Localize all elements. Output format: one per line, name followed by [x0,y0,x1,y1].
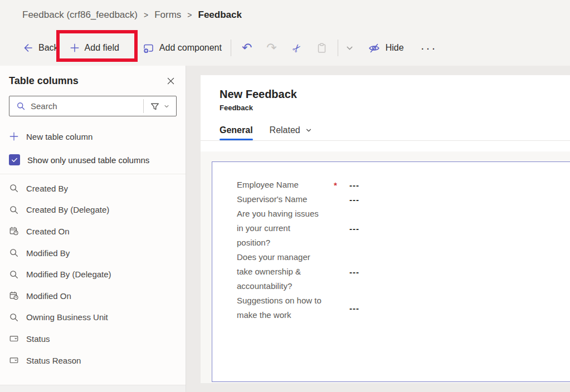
back-arrow-icon [22,42,33,53]
datetime-icon [9,291,19,301]
search-icon [16,101,26,111]
field-supervisors-name[interactable]: Supervisor's Name --- [237,192,570,207]
column-item-label: Status Reason [26,356,81,365]
column-item-owning-business-unit[interactable]: Owning Business Unit [0,307,186,329]
lookup-icon [9,205,19,215]
field-label: Are you having issues in your current po… [237,207,326,250]
tabs-divider [201,140,570,141]
form-preview-canvas: New Feedback Feedback General Related Em… [201,75,570,383]
close-icon[interactable] [165,75,177,87]
column-item-created-by[interactable]: Created By [0,178,186,199]
form-body: Employee Name * --- Supervisor's Name --… [201,151,570,383]
add-component-icon [143,42,154,54]
field-label: Employee Name [237,178,326,192]
tab-general[interactable]: General [220,125,253,140]
lookup-icon [9,248,19,258]
toolbar: Back Add field Add component ↶ ↷ ✂ [0,30,570,66]
form-record-title: New Feedback [220,88,570,101]
new-table-column-label: New table column [26,132,92,141]
column-item-label: Modified By [26,248,70,258]
designer-main-area: New Feedback Feedback General Related Em… [186,66,570,392]
sidebar-bottom-strip [0,385,186,392]
field-value: --- [349,195,359,204]
back-button[interactable]: Back [22,42,59,53]
new-table-column-button[interactable]: New table column [0,131,186,141]
chevron-down-icon [163,103,170,110]
plus-icon [70,43,80,53]
lookup-icon [9,183,19,193]
field-value: --- [349,224,359,233]
form-entity-subtitle: Feedback [220,104,570,112]
required-indicator: * [326,180,349,190]
filter-funnel-icon [150,101,160,111]
column-item-label: Modified On [26,291,71,301]
add-field-label: Add field [85,43,119,53]
breadcrumb: Feedback (crf86_feedback) > Forms > Feed… [0,0,570,30]
chevron-down-icon [305,126,313,134]
column-item-label: Owning Business Unit [26,312,108,322]
column-item-modified-by-delegate[interactable]: Modified By (Delegate) [0,263,186,285]
paste-icon [316,42,328,54]
breadcrumb-entity[interactable]: Feedback (crf86_feedback) [22,9,138,21]
column-item-label: Created By (Delegate) [26,205,109,214]
plus-icon [9,131,19,141]
column-item-created-by-delegate[interactable]: Created By (Delegate) [0,199,186,221]
column-item-created-on[interactable]: Created On [0,220,186,242]
field-current-position-issues[interactable]: Are you having issues in your current po… [237,207,570,250]
lookup-icon [9,312,19,322]
back-button-label: Back [38,43,59,53]
breadcrumb-current: Feedback [198,9,242,21]
column-item-status[interactable]: Status [0,328,186,350]
breadcrumb-separator: > [138,11,154,19]
undo-icon[interactable]: ↶ [242,42,252,54]
toolbar-divider [231,40,231,56]
show-unused-checkbox-row[interactable]: Show only unused table columns [0,154,186,165]
field-suggestions[interactable]: Suggestions on how to make the work --- [237,293,570,322]
lookup-icon [9,270,19,280]
form-section-selected[interactable]: Employee Name * --- Supervisor's Name --… [212,161,570,382]
search-input[interactable] [31,101,143,111]
column-item-label: Created By [26,184,68,193]
form-tabs: General Related [220,124,570,140]
cut-icon[interactable]: ✂ [290,41,304,55]
column-item-label: Modified By (Delegate) [26,270,111,279]
add-component-button[interactable]: Add component [143,42,222,54]
field-value: --- [349,303,359,313]
search-box [9,96,177,116]
column-item-modified-by[interactable]: Modified By [0,242,186,264]
add-field-button[interactable]: Add field [70,43,119,53]
optionset-icon [9,334,19,344]
chevron-down-icon[interactable] [345,43,354,53]
column-item-label: Status [26,334,50,344]
redo-icon: ↷ [266,42,276,54]
breadcrumb-separator: > [181,11,198,19]
field-manager-ownership[interactable]: Does your manager take ownership & accou… [237,250,570,293]
field-employee-name[interactable]: Employee Name * --- [237,178,570,192]
breadcrumb-forms[interactable]: Forms [154,9,181,21]
tab-related-label: Related [270,125,300,135]
column-item-modified-on[interactable]: Modified On [0,285,186,307]
tab-related[interactable]: Related [270,125,313,140]
show-unused-label: Show only unused table columns [27,155,149,165]
filter-button[interactable] [144,101,176,111]
datetime-icon [9,226,19,236]
field-label: Supervisor's Name [237,192,326,207]
panel-title: Table columns [9,75,79,87]
checkbox-checked-icon[interactable] [9,154,20,165]
table-columns-list: Created By Created By (Delegate) Created… [0,174,186,371]
field-label: Does your manager take ownership & accou… [237,250,326,293]
field-label: Suggestions on how to make the work [237,293,326,322]
hide-button[interactable]: Hide [368,42,404,55]
hide-button-label: Hide [386,43,404,53]
table-columns-panel: Table columns New table column Show o [0,66,186,392]
column-item-status-reason[interactable]: Status Reason [0,350,186,371]
eye-off-icon [368,42,381,55]
optionset-icon [9,355,19,365]
toolbar-divider [338,40,338,56]
field-value: --- [349,267,359,277]
column-item-label: Created On [26,227,70,236]
field-value: --- [349,180,359,190]
more-options-icon[interactable]: ··· [421,41,437,55]
add-component-label: Add component [159,43,222,53]
